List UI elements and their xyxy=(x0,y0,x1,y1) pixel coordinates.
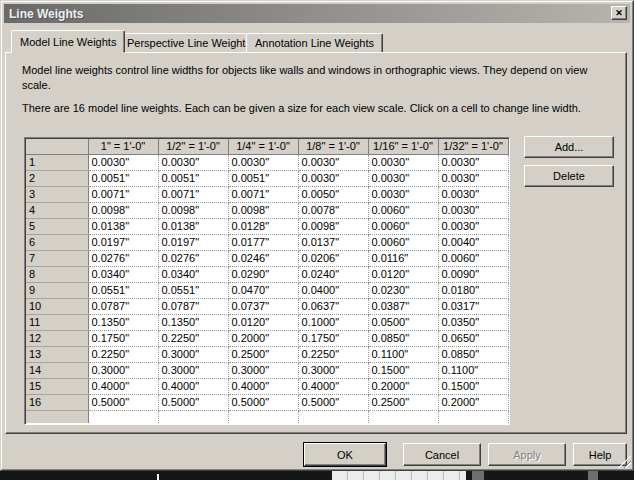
weight-cell[interactable]: 0.1100" xyxy=(438,362,508,378)
weight-cell[interactable]: 0.0177" xyxy=(228,234,298,250)
weight-cell[interactable]: 0.4000" xyxy=(158,378,228,394)
weight-cell[interactable]: 0.0030" xyxy=(368,186,438,202)
weight-cell[interactable]: 0.2250" xyxy=(88,346,158,362)
weight-cell[interactable]: 0.0317" xyxy=(438,298,508,314)
row-header[interactable]: 12 xyxy=(26,330,88,346)
row-header[interactable]: 8 xyxy=(26,266,88,282)
weight-cell[interactable]: 0.0060" xyxy=(438,250,508,266)
row-header[interactable]: 11 xyxy=(26,314,88,330)
weight-cell[interactable]: 0.4000" xyxy=(228,378,298,394)
weight-cell[interactable]: 0.0138" xyxy=(158,218,228,234)
tab-model-line-weights[interactable]: Model Line Weights xyxy=(11,30,125,53)
weight-cell[interactable]: 0.5000" xyxy=(298,394,368,410)
weight-cell[interactable]: 0.0340" xyxy=(158,266,228,282)
weight-cell[interactable]: 0.0470" xyxy=(228,282,298,298)
row-header[interactable]: 1 xyxy=(26,154,88,170)
weight-cell[interactable]: 0.0030" xyxy=(438,186,508,202)
weight-cell[interactable]: 0.0850" xyxy=(368,330,438,346)
weight-cell[interactable]: 0.0071" xyxy=(158,186,228,202)
weight-cell[interactable]: 0.0650" xyxy=(438,330,508,346)
weight-cell[interactable]: 0.5000" xyxy=(88,394,158,410)
weight-cell[interactable]: 0.0400" xyxy=(298,282,368,298)
weight-cell[interactable]: 0.0051" xyxy=(158,170,228,186)
weight-cell[interactable]: 0.0030" xyxy=(438,170,508,186)
weight-cell[interactable]: 0.0128" xyxy=(228,218,298,234)
weight-cell[interactable]: 0.0060" xyxy=(368,202,438,218)
weight-cell[interactable]: 0.0246" xyxy=(228,250,298,266)
weight-cell[interactable]: 0.0098" xyxy=(158,202,228,218)
weight-cell[interactable]: 0.0737" xyxy=(228,298,298,314)
row-header[interactable]: 5 xyxy=(26,218,88,234)
weight-cell[interactable]: 0.0276" xyxy=(158,250,228,266)
weight-cell[interactable]: 0.0030" xyxy=(298,170,368,186)
weight-cell[interactable]: 0.0276" xyxy=(88,250,158,266)
weight-cell[interactable]: 0.0551" xyxy=(88,282,158,298)
weight-cell[interactable]: 0.0387" xyxy=(368,298,438,314)
column-header[interactable]: 1/8" = 1'-0" xyxy=(298,139,368,154)
column-header[interactable]: 1/4" = 1'-0" xyxy=(228,139,298,154)
weight-cell[interactable]: 0.1750" xyxy=(298,330,368,346)
weight-cell[interactable]: 0.0340" xyxy=(88,266,158,282)
cancel-button[interactable]: Cancel xyxy=(403,443,481,466)
row-header[interactable]: 13 xyxy=(26,346,88,362)
column-header[interactable]: 1" = 1'-0" xyxy=(88,139,158,154)
weight-cell[interactable]: 0.0116" xyxy=(368,250,438,266)
weight-cell[interactable]: 0.0197" xyxy=(88,234,158,250)
row-header[interactable]: 6 xyxy=(26,234,88,250)
weight-cell[interactable]: 0.3000" xyxy=(88,362,158,378)
weight-cell[interactable]: 0.2500" xyxy=(368,394,438,410)
weight-cell[interactable]: 0.0030" xyxy=(368,170,438,186)
weight-cell[interactable]: 0.0030" xyxy=(368,154,438,170)
weight-cell[interactable]: 0.1000" xyxy=(298,314,368,330)
weight-cell[interactable]: 0.0500" xyxy=(368,314,438,330)
weight-cell[interactable]: 0.0098" xyxy=(88,202,158,218)
row-header[interactable]: 16 xyxy=(26,394,88,410)
weight-cell[interactable]: 0.0030" xyxy=(298,154,368,170)
weight-cell[interactable]: 0.0240" xyxy=(298,266,368,282)
weight-cell[interactable]: 0.0850" xyxy=(438,346,508,362)
weight-cell[interactable]: 0.2000" xyxy=(228,330,298,346)
weight-cell[interactable]: 0.0787" xyxy=(88,298,158,314)
row-header[interactable]: 4 xyxy=(26,202,88,218)
weight-cell[interactable]: 0.4000" xyxy=(298,378,368,394)
weight-cell[interactable]: 0.0030" xyxy=(438,154,508,170)
weight-cell[interactable]: 0.0551" xyxy=(158,282,228,298)
weight-cell[interactable]: 0.1500" xyxy=(368,362,438,378)
weight-cell[interactable]: 0.3000" xyxy=(158,362,228,378)
weight-cell[interactable]: 0.0071" xyxy=(88,186,158,202)
tab-annotation-line-weights[interactable]: Annotation Line Weights xyxy=(246,33,383,53)
weight-cell[interactable]: 0.0120" xyxy=(368,266,438,282)
weight-cell[interactable]: 0.2500" xyxy=(228,346,298,362)
close-button[interactable]: ✕ xyxy=(611,6,627,20)
weight-cell[interactable]: 0.2000" xyxy=(438,394,508,410)
weight-cell[interactable]: 0.0290" xyxy=(228,266,298,282)
weight-cell[interactable]: 0.0030" xyxy=(438,202,508,218)
weight-cell[interactable]: 0.0137" xyxy=(298,234,368,250)
weight-cell[interactable]: 0.5000" xyxy=(228,394,298,410)
weight-cell[interactable]: 0.2250" xyxy=(298,346,368,362)
weight-cell[interactable]: 0.3000" xyxy=(228,362,298,378)
weight-cell[interactable]: 0.1500" xyxy=(438,378,508,394)
weight-cell[interactable]: 0.3000" xyxy=(158,346,228,362)
weight-cell[interactable]: 0.0050" xyxy=(298,186,368,202)
delete-button[interactable]: Delete xyxy=(524,165,614,187)
weight-cell[interactable]: 0.0120" xyxy=(228,314,298,330)
weight-cell[interactable]: 0.0197" xyxy=(158,234,228,250)
weight-cell[interactable]: 0.0098" xyxy=(298,218,368,234)
ok-button[interactable]: OK xyxy=(304,443,386,466)
weight-cell[interactable]: 0.0030" xyxy=(228,154,298,170)
weight-cell[interactable]: 0.0060" xyxy=(368,234,438,250)
weight-cell[interactable]: 0.1350" xyxy=(88,314,158,330)
weight-cell[interactable]: 0.2000" xyxy=(368,378,438,394)
row-header[interactable]: 10 xyxy=(26,298,88,314)
add-button[interactable]: Add... xyxy=(524,136,614,158)
weight-cell[interactable]: 0.0030" xyxy=(158,154,228,170)
weight-cell[interactable]: 0.0090" xyxy=(438,266,508,282)
weight-cell[interactable]: 0.0180" xyxy=(438,282,508,298)
column-header[interactable]: 1/32" = 1'-0" xyxy=(438,139,508,154)
row-header[interactable]: 9 xyxy=(26,282,88,298)
weight-cell[interactable]: 0.0051" xyxy=(88,170,158,186)
weight-cell[interactable]: 0.0030" xyxy=(438,218,508,234)
row-header[interactable]: 15 xyxy=(26,378,88,394)
column-header[interactable]: 1/2" = 1'-0" xyxy=(158,139,228,154)
